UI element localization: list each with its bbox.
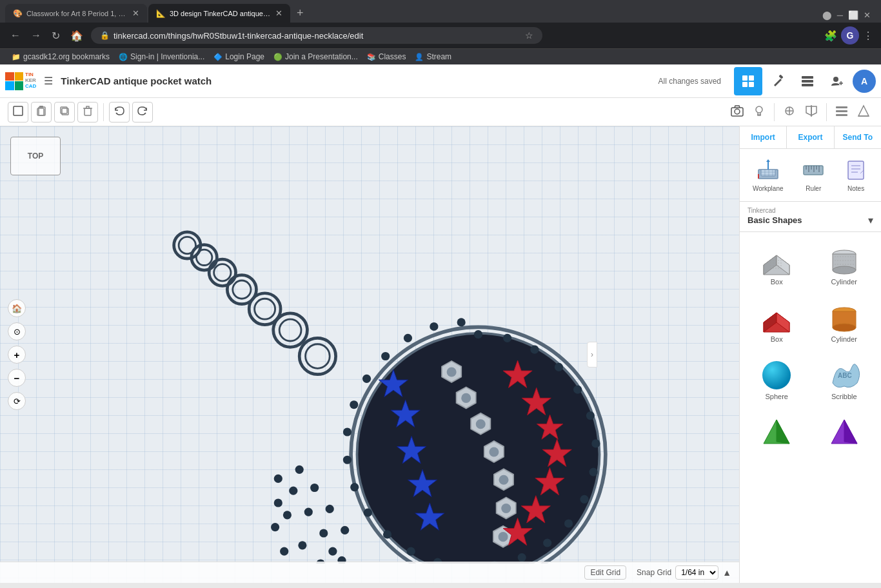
pyramid-green-icon bbox=[757, 415, 796, 450]
bookmark-2[interactable]: 🌐 Sign-in | Inventionia... bbox=[115, 51, 208, 63]
svg-point-105 bbox=[298, 541, 306, 549]
group-button[interactable] bbox=[854, 101, 873, 122]
duplicate-button[interactable] bbox=[54, 102, 75, 122]
zoom-out-button[interactable]: − bbox=[8, 369, 26, 387]
new-icon bbox=[12, 105, 24, 117]
orbit-button[interactable]: ⊙ bbox=[8, 322, 26, 340]
lightbulb-button[interactable] bbox=[749, 101, 769, 122]
tinkercad-logo[interactable]: TIN KER CAD bbox=[5, 72, 36, 90]
bookmark-1[interactable]: 📁 gcasdk12.org bookmarks bbox=[8, 51, 114, 63]
camera-button[interactable] bbox=[728, 101, 747, 122]
shapes-header: Tinkercad Basic Shapes ▾ bbox=[740, 202, 881, 232]
menu-btn[interactable]: ⋮ bbox=[863, 30, 873, 42]
bookmark-6[interactable]: 👤 Stream bbox=[411, 51, 455, 63]
shape-cylinder-orange[interactable]: Cylinder bbox=[813, 295, 876, 348]
build-view-button[interactable] bbox=[764, 67, 792, 95]
hamburger-button[interactable]: ☰ bbox=[41, 72, 55, 90]
bookmark-icon-3: 🔷 bbox=[213, 53, 223, 61]
zoom-in-button[interactable]: + bbox=[8, 346, 26, 364]
redo-button[interactable] bbox=[132, 102, 153, 122]
workplane-icon bbox=[756, 158, 780, 182]
lightbulb-icon bbox=[752, 104, 766, 118]
forward-button[interactable]: → bbox=[28, 27, 44, 44]
send-to-button[interactable]: Send To bbox=[835, 126, 881, 148]
svg-point-31 bbox=[214, 264, 231, 281]
bookmark-4[interactable]: 🟢 Join a Presentation... bbox=[270, 51, 362, 63]
profile-btn[interactable]: G bbox=[841, 26, 859, 44]
align-objects-button[interactable] bbox=[832, 101, 851, 122]
bookmark-icon-1: 📁 bbox=[12, 53, 21, 61]
star-icon[interactable]: ☆ bbox=[525, 30, 533, 41]
bookmark-3[interactable]: 🔷 Login Page bbox=[210, 51, 268, 63]
align-button[interactable] bbox=[780, 101, 799, 122]
box-red-icon bbox=[757, 300, 796, 335]
undo-button[interactable] bbox=[109, 102, 130, 122]
shape-box-grey[interactable]: Box bbox=[745, 237, 809, 291]
svg-marker-122 bbox=[766, 159, 770, 162]
shape-pyramid-green[interactable] bbox=[745, 409, 809, 455]
export-button[interactable]: Export bbox=[787, 126, 834, 148]
grid-view-button[interactable] bbox=[734, 67, 762, 95]
shape-pyramid-purple[interactable] bbox=[813, 409, 876, 455]
ruler-tool[interactable]: Ruler bbox=[797, 155, 829, 195]
tab-inactive[interactable]: 🎨 Classwork for Art 8 Period 1, MP... ✕ bbox=[5, 4, 147, 23]
close-btn[interactable]: ✕ bbox=[864, 10, 871, 20]
restore-btn[interactable]: ⬜ bbox=[848, 10, 858, 20]
svg-point-100 bbox=[326, 505, 334, 513]
edit-grid-button[interactable]: Edit Grid bbox=[584, 565, 626, 580]
avatar-button[interactable]: A bbox=[853, 70, 876, 93]
home-button[interactable]: 🏠 bbox=[68, 27, 86, 44]
svg-rect-15 bbox=[84, 108, 91, 115]
reload-button[interactable]: ↻ bbox=[49, 27, 63, 44]
tab-close-1[interactable]: ✕ bbox=[132, 8, 139, 18]
camera-icon bbox=[730, 104, 744, 118]
shapes-dropdown-button[interactable]: ▾ bbox=[868, 214, 873, 226]
svg-marker-158 bbox=[777, 420, 789, 444]
toolbar-icons: 🧩 G ⋮ bbox=[824, 26, 873, 44]
svg-point-35 bbox=[255, 299, 275, 319]
delete-button[interactable] bbox=[77, 102, 98, 122]
shape-sphere[interactable]: Sphere bbox=[745, 352, 809, 406]
home-view-button[interactable]: 🏠 bbox=[8, 299, 26, 317]
add-user-button[interactable] bbox=[823, 67, 851, 95]
bookmark-icon-5: 📚 bbox=[367, 53, 376, 61]
list-view-button[interactable] bbox=[793, 67, 822, 95]
panel-tools: Workplane Ruler bbox=[740, 149, 881, 202]
tab-close-2[interactable]: ✕ bbox=[275, 8, 282, 18]
ruler-label: Ruler bbox=[806, 185, 821, 192]
back-button[interactable]: ← bbox=[8, 27, 23, 44]
svg-point-68 bbox=[457, 318, 466, 326]
shape-cylinder-grey[interactable]: Cylinder bbox=[813, 237, 876, 291]
svg-point-64 bbox=[362, 375, 371, 383]
paste-button[interactable] bbox=[31, 102, 52, 122]
bookmark-5[interactable]: 📚 Classes bbox=[363, 51, 410, 63]
address-bar[interactable]: 🔒 tinkercad.com/things/hwR0Stbuw1t-tinke… bbox=[91, 27, 542, 44]
workplane-tool[interactable]: Workplane bbox=[749, 155, 787, 195]
extensions-btn[interactable]: 🧩 bbox=[824, 30, 837, 42]
shape-box-grey-label: Box bbox=[771, 278, 783, 286]
svg-point-46 bbox=[573, 386, 582, 394]
minimize-btn[interactable]: ─ bbox=[837, 10, 843, 20]
toolbar-separator-2 bbox=[774, 103, 775, 121]
rotate-button[interactable]: ⟳ bbox=[8, 392, 26, 410]
design-svg[interactable] bbox=[35, 139, 739, 564]
snap-grid-select[interactable]: 1/64 in 1/32 in 1/16 in 1/8 in bbox=[675, 565, 718, 580]
new-tab-button[interactable]: + bbox=[292, 4, 309, 23]
tab-active[interactable]: 📐 3D design TinkerCAD antique ne... ✕ bbox=[148, 4, 290, 23]
right-panel: Import Export Send To bbox=[739, 126, 881, 583]
svg-rect-21 bbox=[836, 106, 847, 108]
canvas-area[interactable]: TOP 🏠 ⊙ + − ⟳ bbox=[0, 126, 739, 583]
svg-point-76 bbox=[489, 447, 499, 457]
svg-point-57 bbox=[407, 547, 415, 556]
shape-scribble[interactable]: ABC Scribble bbox=[813, 352, 876, 406]
shape-box-red[interactable]: Box bbox=[745, 295, 809, 348]
shape-box-red-label: Box bbox=[771, 335, 783, 343]
new-design-button[interactable] bbox=[8, 102, 28, 122]
svg-point-47 bbox=[586, 411, 595, 420]
panel-collapse-button[interactable]: › bbox=[587, 342, 597, 368]
import-button[interactable]: Import bbox=[740, 126, 787, 148]
snap-grid-toggle[interactable]: ▲ bbox=[722, 567, 731, 578]
notes-tool[interactable]: Notes bbox=[840, 155, 872, 195]
svg-point-44 bbox=[530, 346, 539, 354]
mirror-button[interactable] bbox=[802, 101, 821, 122]
